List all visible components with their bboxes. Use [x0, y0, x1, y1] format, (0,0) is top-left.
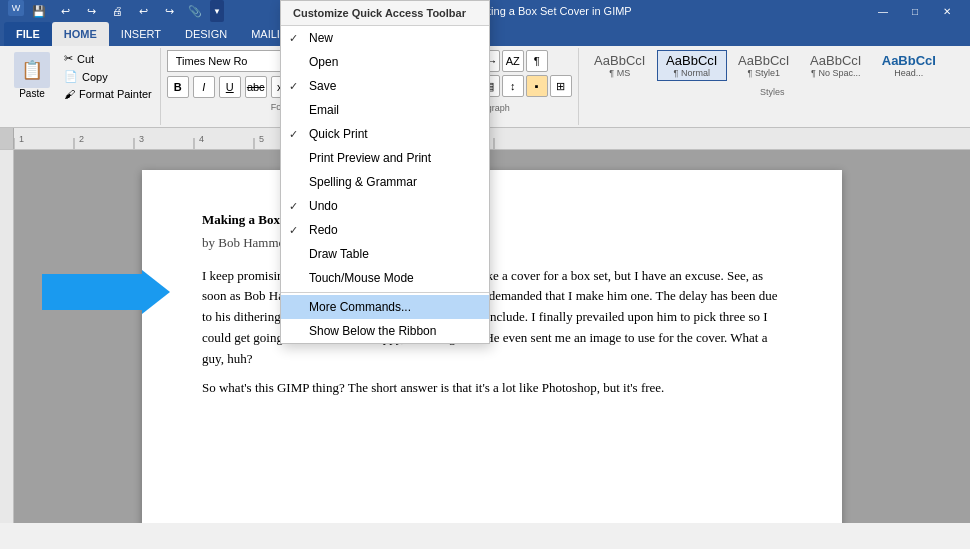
style-style1[interactable]: AaBbCcI ¶ Style1 [729, 50, 799, 81]
styles-group: AaBbCcI ¶ MS AaBbCcI ¶ Normal AaBbCcI ¶ … [579, 48, 966, 125]
item-print-preview-label: Print Preview and Print [309, 151, 431, 165]
arrow-container [42, 270, 170, 314]
dropdown-menu: Customize Quick Access Toolbar ✓ New Ope… [280, 0, 490, 344]
svg-rect-0 [14, 128, 970, 149]
italic-btn[interactable]: I [193, 76, 215, 98]
style-ms[interactable]: AaBbCcI ¶ MS [585, 50, 655, 81]
dropdown-item-draw-table[interactable]: Draw Table [281, 242, 489, 266]
check-quick-print: ✓ [289, 128, 298, 141]
format-painter-icon: 🖌 [64, 88, 75, 100]
underline-btn[interactable]: U [219, 76, 241, 98]
document-page: Making a Box Set Cover in GIMP by Bob Ha… [142, 170, 842, 523]
dropdown-item-new[interactable]: ✓ New [281, 26, 489, 50]
item-email-label: Email [309, 103, 339, 117]
dropdown-item-print-preview[interactable]: Print Preview and Print [281, 146, 489, 170]
item-undo-label: Undo [309, 199, 338, 213]
qa-save[interactable]: 💾 [28, 0, 50, 22]
tab-home[interactable]: HOME [52, 22, 109, 46]
copy-button[interactable]: 📄 Copy [60, 68, 156, 85]
style-normal[interactable]: AaBbCcI ¶ Normal [657, 50, 727, 81]
item-open-label: Open [309, 55, 338, 69]
left-ruler [0, 150, 14, 523]
qa-undo[interactable]: ↩ [54, 0, 76, 22]
style-ms-preview: AaBbCcI [594, 53, 646, 68]
dropdown-item-touch-mouse[interactable]: Touch/Mouse Mode [281, 266, 489, 290]
svg-text:3: 3 [139, 134, 144, 144]
title-bar-controls: — □ ✕ [868, 0, 962, 22]
paste-icon: 📋 [14, 52, 50, 88]
item-show-below-label: Show Below the Ribbon [309, 324, 436, 338]
svg-text:5: 5 [259, 134, 264, 144]
qa-extra1[interactable]: ↩ [132, 0, 154, 22]
dropdown-item-redo[interactable]: ✓ Redo [281, 218, 489, 242]
item-redo-label: Redo [309, 223, 338, 237]
dropdown-header: Customize Quick Access Toolbar [281, 1, 489, 26]
item-save-label: Save [309, 79, 336, 93]
dropdown-item-spelling[interactable]: Spelling & Grammar [281, 170, 489, 194]
tab-design[interactable]: DESIGN [173, 22, 239, 46]
item-spelling-label: Spelling & Grammar [309, 175, 417, 189]
style-items: AaBbCcI ¶ MS AaBbCcI ¶ Normal AaBbCcI ¶ … [585, 50, 960, 81]
ruler-corner [0, 128, 14, 149]
dropdown-separator [281, 292, 489, 293]
ruler-svg: 1 2 3 4 5 6 7 [14, 128, 970, 149]
svg-text:1: 1 [19, 134, 24, 144]
arrow-shaft [42, 274, 142, 310]
maximize-btn[interactable]: □ [900, 0, 930, 22]
dropdown-item-open[interactable]: Open [281, 50, 489, 74]
word-icon: W [8, 0, 24, 16]
cut-button[interactable]: ✂ Cut [60, 50, 156, 67]
dropdown-item-save[interactable]: ✓ Save [281, 74, 489, 98]
clipboard-small-buttons: ✂ Cut 📄 Copy 🖌 Format Painter [60, 50, 156, 102]
dropdown-item-more-commands[interactable]: More Commands... [281, 295, 489, 319]
qa-redo[interactable]: ↪ [80, 0, 102, 22]
item-quick-print-label: Quick Print [309, 127, 368, 141]
borders-btn[interactable]: ⊞ [550, 75, 572, 97]
style-heading-preview: AaBbCcI [882, 53, 936, 68]
qa-print[interactable]: 🖨 [106, 0, 128, 22]
style-nospace-label: ¶ No Spac... [810, 68, 862, 78]
document-content[interactable]: Making a Box Set Cover in GIMP by Bob Ha… [14, 150, 970, 523]
style-nospace-preview: AaBbCcI [810, 53, 862, 68]
dropdown-item-quick-print[interactable]: ✓ Quick Print [281, 122, 489, 146]
dropdown-item-email[interactable]: Email [281, 98, 489, 122]
cut-label: Cut [77, 53, 94, 65]
qa-dropdown-btn[interactable]: ▼ [210, 0, 224, 22]
format-painter-label: Format Painter [79, 88, 152, 100]
clipboard-group: 📋 Paste ✂ Cut 📄 Copy 🖌 Format Painter [4, 48, 161, 125]
check-save: ✓ [289, 80, 298, 93]
format-painter-button[interactable]: 🖌 Format Painter [60, 86, 156, 102]
style-normal-preview: AaBbCcI [666, 53, 718, 68]
tab-file[interactable]: FILE [4, 22, 52, 46]
dropdown-item-show-below[interactable]: Show Below the Ribbon [281, 319, 489, 343]
ruler: 1 2 3 4 5 6 7 [14, 128, 970, 149]
copy-label: Copy [82, 71, 108, 83]
title-bar-icons: W 💾 ↩ ↪ 🖨 ↩ ↪ 📎 ▼ [8, 0, 224, 22]
tab-insert[interactable]: INSERT [109, 22, 173, 46]
paragraph-marks-btn[interactable]: ¶ [526, 50, 548, 72]
item-more-commands-label: More Commands... [309, 300, 411, 314]
dropdown-item-undo[interactable]: ✓ Undo [281, 194, 489, 218]
style-nospace[interactable]: AaBbCcI ¶ No Spac... [801, 50, 871, 81]
cut-icon: ✂ [64, 52, 73, 65]
font-name-select[interactable]: Times New Ro [167, 50, 297, 72]
qa-extra2[interactable]: ↪ [158, 0, 180, 22]
strikethrough-btn[interactable]: abc [245, 76, 267, 98]
item-new-label: New [309, 31, 333, 45]
minimize-btn[interactable]: — [868, 0, 898, 22]
style-normal-label: ¶ Normal [666, 68, 718, 78]
style-ms-label: ¶ MS [594, 68, 646, 78]
check-new: ✓ [289, 32, 298, 45]
doc-para2: So what's this GIMP thing? The short ans… [202, 378, 782, 399]
line-spacing-btn[interactable]: ↕ [502, 75, 524, 97]
bold-btn[interactable]: B [167, 76, 189, 98]
qa-extra3[interactable]: 📎 [184, 0, 206, 22]
style-heading[interactable]: AaBbCcI Head... [873, 50, 945, 81]
sort-btn[interactable]: AZ [502, 50, 524, 72]
item-draw-table-label: Draw Table [309, 247, 369, 261]
arrow-head [142, 270, 170, 314]
check-undo: ✓ [289, 200, 298, 213]
shading-btn[interactable]: ▪ [526, 75, 548, 97]
paste-button[interactable]: 📋 Paste [8, 50, 56, 101]
close-btn[interactable]: ✕ [932, 0, 962, 22]
